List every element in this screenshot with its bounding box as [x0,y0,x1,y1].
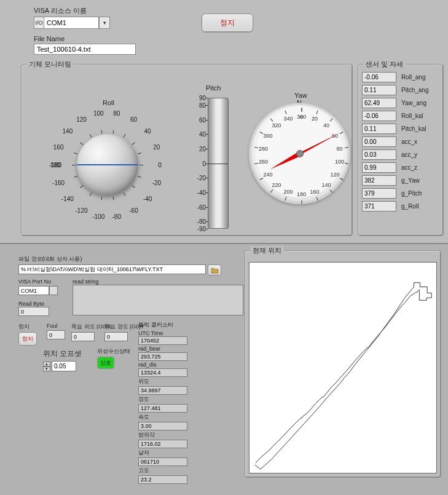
roll-tick: -100 [92,213,104,220]
yaw-tick: 240 [263,172,272,178]
yaw-tick: 320 [272,122,281,129]
readstring-output [73,285,243,315]
trajectory-plot[interactable] [249,262,437,473]
cluster-label: 속도 [138,413,218,421]
filepath-input[interactable] [18,264,206,274]
pitch-tick: 0 [194,160,206,167]
yaw-tick: 200 [283,189,293,195]
yaw-tick: 80 [337,146,343,152]
visa-resource-dropdown[interactable] [99,17,110,29]
sensors-group: 센서 및 자세 Roll_angPitch_angYaw_angRoll_kal… [358,64,444,236]
roll-tick: -60 [129,207,138,213]
roll-tick: -120 [75,207,87,213]
visa2-dropdown[interactable] [49,286,58,295]
lower-stop-label: 정지 [18,323,37,331]
satellite-label: 위성수신상태 [97,347,130,355]
sensor-label: acc_y [401,151,417,158]
roll-tick: 60 [130,116,137,123]
sensor-label: Pitch_kal [401,125,426,132]
sensor-row: Pitch_ang [362,85,439,95]
satellite-status-button[interactable]: 양호 [97,357,114,369]
pitch-tick: 60 [194,116,206,123]
cluster-value [138,368,187,377]
pitch-tick: 90 [194,95,206,101]
sensor-value [362,72,396,82]
visa2-input[interactable] [18,286,49,295]
pitch-tick: -40 [194,189,206,196]
yaw-tick: 140 [321,182,331,188]
sensor-row: Yaw_ang [362,98,439,108]
sensor-value [362,201,396,212]
cluster-label: 날자 [138,449,218,457]
roll-gauge[interactable]: -180-160-140-120-100-80-60-40-2002040608… [49,106,166,223]
sensor-row: Roll_kal [362,111,439,121]
latgoal-output [71,332,95,341]
cluster-value [138,457,187,466]
cluster-value [138,440,187,448]
cluster-label: 고도 [138,467,218,475]
browse-button[interactable] [208,264,221,275]
cluster-label: UTC Time [138,330,218,336]
cluster-value [138,404,187,413]
block-cluster: 블럭 클러스터 UTC Timerad_bearrad_dis위도경도속도방위각… [138,321,218,485]
cluster-value [138,352,187,361]
roll-tick: 40 [144,128,151,135]
cluster-title: 블럭 클러스터 [138,321,218,329]
sensor-row: g_Roll [362,201,439,212]
stop-button[interactable]: 정지 [202,14,253,32]
sensor-row: acc_y [362,149,439,160]
offset-down[interactable]: ▾ [43,366,50,371]
cluster-value [138,422,187,430]
sensor-label: Pitch_ang [401,87,428,93]
lower-stop-button[interactable]: 정지 [18,332,37,346]
yaw-tick: 260 [259,159,268,165]
roll-tick: 80 [113,110,120,117]
offset-label: 위치 오프셋 [43,349,82,359]
yaw-tick: 160 [310,189,320,195]
pitch-tick: 40 [194,131,206,138]
roll-tick: -160 [52,180,65,186]
roll-tick: 0 [158,162,162,168]
yaw-gauge[interactable]: 0204060801001201401601802002202402602803… [249,103,350,204]
roll-tick: 140 [63,128,73,135]
visa-resource-input[interactable] [44,17,99,29]
roll-tick: -20 [152,180,161,186]
sensor-row: Roll_ang [362,72,439,82]
sensor-value [362,85,396,95]
filename-input[interactable] [34,44,136,55]
pitch-tick: -20 [194,175,206,181]
cluster-value [138,475,187,484]
roll-tick: 100 [93,110,104,117]
sensor-label: g_Yaw [401,177,420,184]
yaw-tick: 20 [312,116,318,122]
pitch-tick: -90 [194,226,206,232]
yaw-tick: 300 [263,133,272,139]
sensor-value [362,149,396,160]
cluster-value [138,336,187,345]
pitch-label: Pitch [206,84,221,92]
pitch-tick: 20 [194,145,206,152]
sensors-title: 센서 및 자세 [363,60,406,69]
roll-label: Roll [103,99,114,106]
sensor-row: acc_z [362,162,439,173]
sensor-value [362,175,396,186]
longoal-output [104,332,128,341]
visa-resource-label: VISA 리소스 이름 [34,6,110,15]
pitch-tick: 80 [194,101,206,108]
sensor-label: acc_z [401,164,417,171]
cluster-label: 위도 [138,378,218,386]
plot-group: 현재 위치 [245,250,441,478]
yaw-tick: 60 [332,133,338,139]
yaw-tick: 180 [297,191,306,197]
offset-input[interactable] [52,361,76,371]
offset-up[interactable]: ▴ [43,362,50,366]
filename-label: File Name [34,35,136,42]
cluster-label: rad_dis [138,362,218,368]
folder-icon [211,267,219,274]
cluster-value [138,386,187,395]
cluster-label: 방위각 [138,431,218,439]
roll-tick: -40 [143,195,152,202]
pitch-gauge[interactable]: Pitch 90806040200-20-40-60-80-90 [194,83,237,224]
roll-tick: 160 [53,143,64,150]
roll-tick: -140 [61,195,74,202]
